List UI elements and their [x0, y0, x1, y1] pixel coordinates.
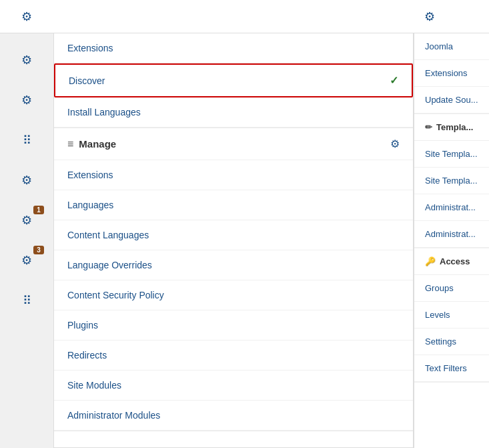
right-item-text-filters[interactable]: Text Filters — [414, 355, 489, 382]
right-item-extensions[interactable]: Extensions — [414, 60, 489, 87]
right-templates-section: ✏ Templa... Site Templa... Site Templa..… — [414, 114, 489, 248]
right-item-groups-label: Groups — [425, 283, 454, 293]
top-menu-section: Extensions Discover ✓ Install Languages — [54, 33, 413, 128]
right-access-section: 🔑 Access Groups Levels Settings Text Fil… — [414, 248, 489, 383]
menu-item-content-security-policy-label: Content Security Policy — [67, 290, 164, 300]
right-item-site-templates-1[interactable]: Site Templa... — [414, 141, 489, 168]
right-item-site-templates-2[interactable]: Site Templa... — [414, 168, 489, 194]
menu-item-content-languages[interactable]: Content Languages — [54, 220, 413, 250]
right-item-admin-templates-2-label: Administrat... — [425, 229, 476, 239]
manage-gear-icon[interactable]: ⚙ — [390, 138, 400, 150]
menu-item-site-modules[interactable]: Site Modules — [54, 371, 413, 401]
sidebar-icon-badge-1[interactable]: ⚙ 1 — [0, 200, 53, 240]
manage-section: ≡ Manage ⚙ Extensions Languages Content … — [54, 128, 413, 431]
center-panel: Extensions Discover ✓ Install Languages … — [53, 33, 414, 448]
menu-item-site-modules-label: Site Modules — [67, 380, 121, 391]
menu-item-install-languages-label: Install Languages — [67, 107, 141, 118]
right-item-extensions-label: Extensions — [425, 68, 468, 78]
menu-item-discover-label: Discover — [69, 75, 105, 86]
menu-item-administrator-modules[interactable]: Administrator Modules — [54, 401, 413, 431]
menu-item-language-overrides-label: Language Overrides — [67, 260, 152, 270]
sidebar-icon-gear-lower[interactable]: ⚙ — [0, 160, 53, 200]
right-item-admin-templates-2[interactable]: Administrat... — [414, 221, 489, 248]
right-item-update-sources-label: Update Sou... — [425, 95, 478, 105]
menu-item-content-security-policy[interactable]: Content Security Policy — [54, 280, 413, 310]
right-top-section: Joomla Extensions Update Sou... — [414, 33, 489, 114]
gear-icon: ⚙ — [21, 53, 32, 67]
right-item-admin-templates-1[interactable]: Administrat... — [414, 194, 489, 221]
manage-label: Manage — [79, 138, 116, 150]
menu-item-extensions-top[interactable]: Extensions — [54, 33, 413, 63]
menu-item-language-overrides[interactable]: Language Overrides — [54, 250, 413, 280]
menu-item-administrator-modules-label: Administrator Modules — [67, 410, 160, 421]
right-item-admin-templates-1-label: Administrat... — [425, 202, 476, 212]
right-panel: Joomla Extensions Update Sou... ✏ Templa… — [414, 33, 489, 448]
manage-section-title: ≡ Manage — [67, 138, 116, 150]
menu-item-languages-label: Languages — [67, 200, 113, 210]
badge-3: 3 — [33, 246, 44, 254]
menu-item-extensions[interactable]: Extensions — [54, 160, 413, 190]
top-bar-right: ⚙ — [414, 0, 489, 33]
menu-item-extensions-label: Extensions — [67, 170, 113, 180]
menu-item-redirects-label: Redirects — [67, 350, 107, 361]
right-templates-header: ✏ Templa... — [414, 114, 489, 141]
badge-1: 1 — [33, 206, 44, 214]
manage-section-header: ≡ Manage ⚙ — [54, 128, 413, 160]
templates-label: Templa... — [436, 122, 473, 132]
key-icon: 🔑 — [425, 256, 436, 266]
list-icon: ≡ — [67, 138, 73, 150]
right-item-levels[interactable]: Levels — [414, 302, 489, 328]
right-item-joomla-label: Joomla — [425, 41, 453, 51]
sidebar: ⚙ ⚙ ⠿ ⚙ ⚙ 1 ⚙ 3 ⠿ — [0, 33, 53, 448]
top-bar-left: ⚙ — [0, 0, 53, 33]
access-label: Access — [440, 256, 470, 266]
gear-icon: ⚙ — [21, 173, 32, 188]
sidebar-icon-badge-3[interactable]: ⚙ 3 — [0, 240, 53, 280]
right-item-update-sources[interactable]: Update Sou... — [414, 87, 489, 114]
menu-item-redirects[interactable]: Redirects — [54, 341, 413, 371]
right-item-site-templates-1-label: Site Templa... — [425, 149, 478, 159]
sidebar-icon-gear-top[interactable]: ⚙ — [0, 40, 53, 80]
right-access-header: 🔑 Access — [414, 248, 489, 275]
pencil-icon: ✏ — [425, 122, 432, 132]
right-item-text-filters-label: Text Filters — [425, 363, 467, 373]
gear-icon: ⚙ — [21, 253, 32, 268]
top-left-gear-icon: ⚙ — [21, 9, 32, 24]
right-item-settings-label: Settings — [425, 337, 456, 347]
gear-icon: ⚙ — [21, 213, 32, 228]
discover-check-icon: ✓ — [390, 74, 398, 87]
menu-item-plugins-label: Plugins — [67, 320, 98, 330]
menu-item-content-languages-label: Content Languages — [67, 230, 149, 240]
right-item-settings[interactable]: Settings — [414, 328, 489, 355]
right-item-levels-label: Levels — [425, 310, 450, 320]
dots-icon: ⠿ — [23, 293, 31, 308]
right-item-site-templates-2-label: Site Templa... — [425, 176, 478, 186]
sidebar-icon-dots-1[interactable]: ⠿ — [0, 120, 53, 160]
menu-item-discover[interactable]: Discover ✓ — [54, 63, 413, 97]
gear-icon: ⚙ — [21, 93, 32, 107]
right-item-groups[interactable]: Groups — [414, 275, 489, 302]
menu-item-languages[interactable]: Languages — [54, 190, 413, 220]
sidebar-icon-gear-mid[interactable]: ⚙ — [0, 80, 53, 120]
right-item-joomla[interactable]: Joomla — [414, 33, 489, 60]
menu-item-install-languages[interactable]: Install Languages — [54, 97, 413, 128]
sidebar-icon-dots-2[interactable]: ⠿ — [0, 280, 53, 320]
top-bar-center — [53, 0, 414, 33]
dots-icon: ⠿ — [23, 133, 31, 148]
menu-item-plugins[interactable]: Plugins — [54, 310, 413, 341]
top-right-gear-icon: ⚙ — [424, 9, 435, 24]
menu-item-extensions-top-label: Extensions — [67, 43, 113, 53]
